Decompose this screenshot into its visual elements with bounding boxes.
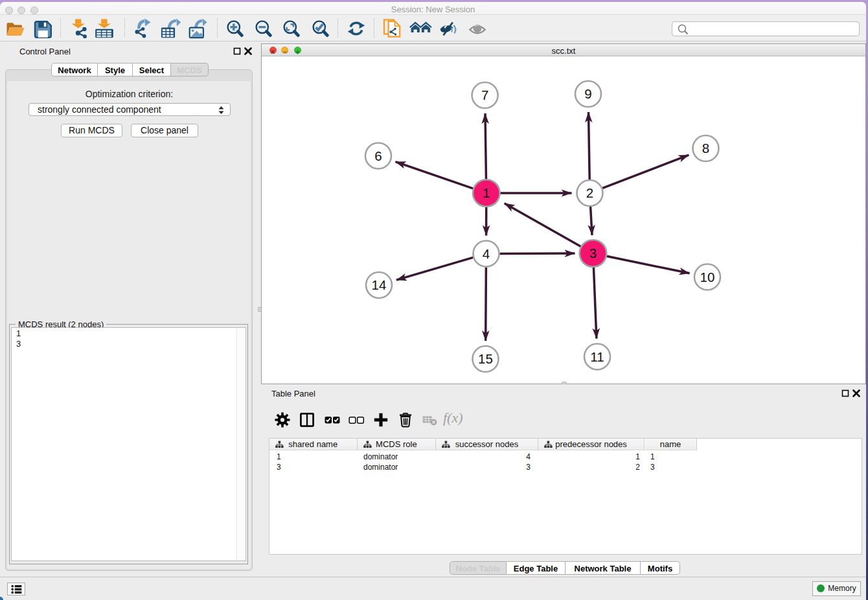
svg-text:3: 3 <box>589 246 597 260</box>
svg-text:14: 14 <box>372 277 387 292</box>
svg-text:10: 10 <box>700 270 715 284</box>
svg-text:11: 11 <box>590 349 604 364</box>
svg-text:2: 2 <box>586 185 593 200</box>
svg-text:8: 8 <box>702 141 709 156</box>
svg-text:7: 7 <box>481 87 488 102</box>
svg-text:15: 15 <box>478 351 493 366</box>
svg-text:9: 9 <box>584 86 591 101</box>
svg-text:1: 1 <box>483 185 490 200</box>
svg-text:6: 6 <box>374 148 382 163</box>
svg-text:4: 4 <box>483 246 490 261</box>
